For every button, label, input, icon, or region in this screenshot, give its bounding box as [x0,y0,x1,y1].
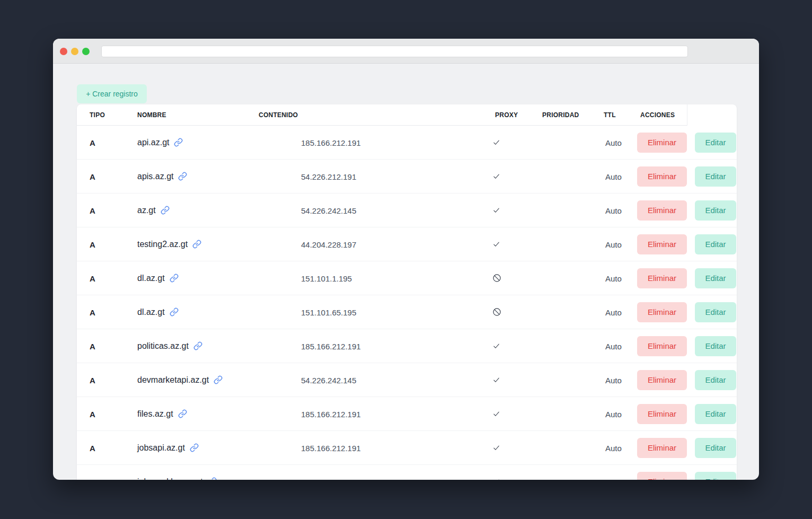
record-name: dl.az.gt [137,274,165,283]
proxy-check-icon [492,138,500,146]
proxy-check-icon [492,376,500,384]
record-name-cell: dl.az.gt [137,307,179,317]
table-row: A jobsworklog.az.gt 185.166.212.191 [77,465,737,480]
record-name: jobsworklog.az.gt [137,477,203,480]
proxy-status [492,206,502,215]
table-body: A api.az.gt 185.166.212.191 [77,126,737,480]
link-icon[interactable] [170,274,179,283]
edit-button[interactable]: Editar [695,404,736,424]
edit-button[interactable]: Editar [695,302,736,322]
link-icon[interactable] [190,443,199,452]
delete-button[interactable]: Eliminar [637,404,687,424]
record-type: A [90,206,95,215]
edit-button[interactable]: Editar [695,438,736,458]
proxy-status [492,443,502,453]
record-content: 185.166.212.191 [301,443,361,452]
proxy-check-icon [492,206,500,214]
record-ttl: Auto [605,443,622,452]
delete-button[interactable]: Eliminar [637,166,687,187]
record-name: az.gt [137,206,156,215]
link-icon[interactable] [208,477,217,480]
record-type: A [90,172,95,181]
link-icon[interactable] [178,172,187,181]
link-icon[interactable] [192,240,201,249]
minimize-window-icon[interactable] [71,48,78,55]
proxy-status [492,172,502,181]
table-row: A dl.az.gt 151.101.1.195 [77,261,737,295]
record-name-cell: dl.az.gt [137,274,179,283]
create-record-button[interactable]: + Crear registro [77,84,147,103]
url-input[interactable] [101,46,688,57]
record-type: A [90,409,95,418]
table-row: A api.az.gt 185.166.212.191 [77,126,737,160]
column-header-nombre: NOMBRE [137,111,166,119]
record-content: 185.166.212.191 [301,138,361,147]
delete-button[interactable]: Eliminar [637,268,687,288]
record-name: devmarketapi.az.gt [137,375,209,385]
browser-window: + Crear registro TIPO NOMBRE CONTENIDO P… [53,39,759,480]
browser-chrome [53,39,759,64]
record-content: 54.226.242.145 [301,206,356,215]
zoom-window-icon[interactable] [82,48,90,55]
edit-button[interactable]: Editar [695,268,736,288]
record-content: 54.226.212.191 [301,172,356,181]
record-ttl: Auto [605,375,622,384]
edit-button[interactable]: Editar [695,166,736,187]
record-content: 151.101.1.195 [301,274,352,283]
table-row: A apis.az.gt 54.226.212.191 [77,160,737,193]
record-name-cell: testing2.az.gt [137,240,201,249]
edit-button[interactable]: Editar [695,472,736,480]
record-name-cell: az.gt [137,206,170,215]
proxy-disabled-icon [492,274,501,283]
record-name: dl.az.gt [137,307,165,317]
column-header-tipo: TIPO [90,111,105,119]
close-window-icon[interactable] [60,48,67,55]
record-name: jobsapi.az.gt [137,443,185,453]
record-type: A [90,375,95,384]
edit-button[interactable]: Editar [695,200,736,221]
column-header-acciones: ACCIONES [640,111,675,119]
record-name-cell: api.az.gt [137,138,183,147]
record-name-cell: files.az.gt [137,409,187,419]
proxy-check-icon [492,444,500,452]
delete-button[interactable]: Eliminar [637,472,687,480]
link-icon[interactable] [170,307,179,316]
delete-button[interactable]: Eliminar [637,370,687,390]
proxy-status [492,375,502,385]
proxy-status [492,138,502,147]
link-icon[interactable] [178,409,187,418]
record-ttl: Auto [605,477,622,480]
record-ttl: Auto [605,307,622,316]
link-icon[interactable] [193,341,202,350]
delete-button[interactable]: Eliminar [637,302,687,322]
delete-button[interactable]: Eliminar [637,438,687,458]
edit-button[interactable]: Editar [695,133,736,153]
record-content: 44.204.228.197 [301,240,356,249]
record-content: 185.166.212.191 [301,341,361,350]
edit-button[interactable]: Editar [695,234,736,254]
proxy-status [492,274,502,283]
proxy-check-icon [492,240,500,248]
delete-button[interactable]: Eliminar [637,200,687,221]
link-icon[interactable] [174,138,183,147]
delete-button[interactable]: Eliminar [637,336,687,356]
link-icon[interactable] [214,375,223,384]
table-row: A politicas.az.gt 185.166.212.191 [77,329,737,363]
record-name: apis.az.gt [137,172,173,181]
column-header-ttl: TTL [604,111,616,119]
record-content: 185.166.212.191 [301,477,361,480]
record-type: A [90,274,95,283]
column-header-contenido: CONTENIDO [259,111,298,119]
link-icon[interactable] [161,206,170,215]
delete-button[interactable]: Eliminar [637,133,687,153]
record-ttl: Auto [605,138,622,147]
record-name-cell: apis.az.gt [137,172,187,181]
dns-records-table: TIPO NOMBRE CONTENIDO PROXY PRIORIDAD TT… [77,104,737,480]
edit-button[interactable]: Editar [695,370,736,390]
proxy-status [492,307,502,317]
record-name: politicas.az.gt [137,341,189,351]
record-content: 151.101.65.195 [301,307,356,316]
delete-button[interactable]: Eliminar [637,234,687,254]
record-type: A [90,477,95,480]
edit-button[interactable]: Editar [695,336,736,356]
